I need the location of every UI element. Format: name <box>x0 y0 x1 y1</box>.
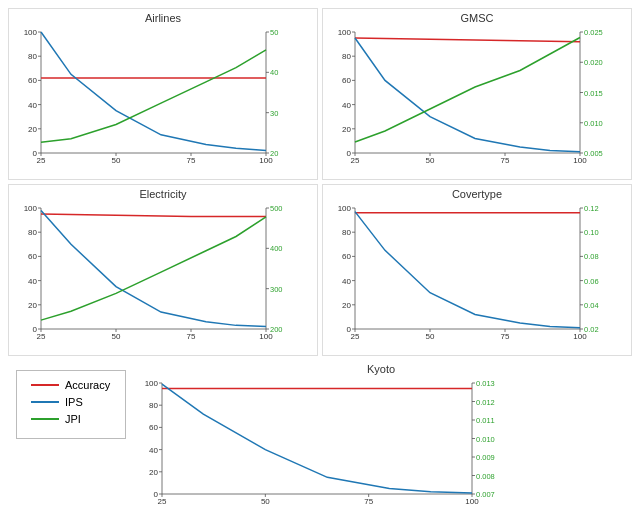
covertype-chart: Covertype <box>322 184 632 356</box>
charts-grid: Airlines GMSC Electricity Covertype <box>8 8 632 356</box>
accuracy-line-icon <box>31 384 59 386</box>
airlines-chart: Airlines <box>8 8 318 180</box>
electricity-canvas <box>9 200 304 355</box>
jpi-line-icon <box>31 418 59 420</box>
ips-line-icon <box>31 401 59 403</box>
legend-box: Accuracy IPS JPI <box>16 370 126 439</box>
accuracy-label: Accuracy <box>65 379 110 391</box>
gmsc-chart: GMSC <box>322 8 632 180</box>
legend-item-ips: IPS <box>31 396 111 408</box>
electricity-chart: Electricity <box>8 184 318 356</box>
gmsc-title: GMSC <box>323 9 631 24</box>
electricity-title: Electricity <box>9 185 317 200</box>
kyoto-title: Kyoto <box>130 360 632 375</box>
kyoto-canvas <box>130 375 510 516</box>
legend-item-accuracy: Accuracy <box>31 379 111 391</box>
jpi-label: JPI <box>65 413 81 425</box>
bottom-row: Accuracy IPS JPI Kyoto <box>8 360 632 516</box>
kyoto-chart: Kyoto <box>130 360 632 516</box>
airlines-title: Airlines <box>9 9 317 24</box>
gmsc-canvas <box>323 24 618 179</box>
airlines-canvas <box>9 24 304 179</box>
main-container: Airlines GMSC Electricity Covertype Accu… <box>0 0 640 516</box>
ips-label: IPS <box>65 396 83 408</box>
covertype-title: Covertype <box>323 185 631 200</box>
legend-item-jpi: JPI <box>31 413 111 425</box>
covertype-canvas <box>323 200 618 355</box>
